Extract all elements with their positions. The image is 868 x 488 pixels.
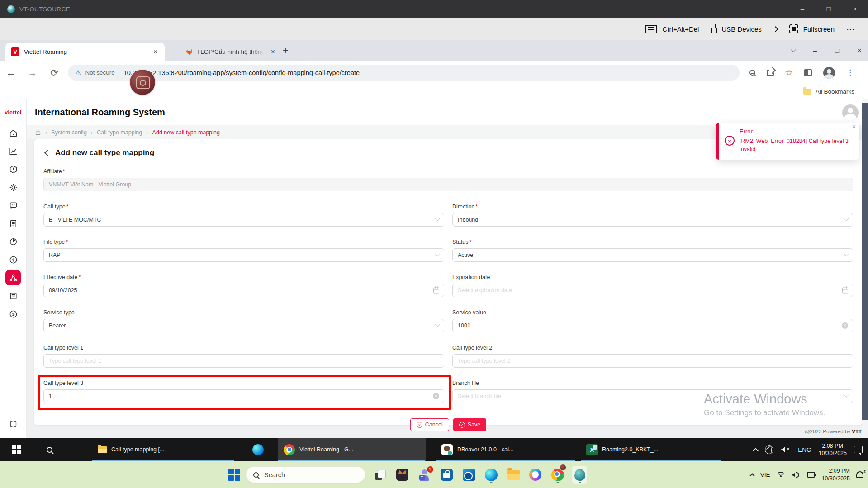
browser-menu-icon[interactable]: ⋮ [846, 68, 854, 77]
browser-restore-button[interactable]: □ [835, 47, 839, 54]
microsoft-store-button[interactable] [439, 466, 454, 484]
toast-close-button[interactable]: × [852, 123, 856, 130]
remote-close-button[interactable]: × [842, 0, 868, 18]
clear-icon[interactable]: × [842, 322, 848, 329]
remote-minimize-button[interactable]: – [789, 0, 816, 18]
copilot-button[interactable] [528, 466, 543, 484]
sidebar-item-messages[interactable] [5, 198, 21, 213]
battery-icon[interactable] [807, 472, 815, 478]
browser-minimize-button[interactable]: – [813, 47, 817, 54]
all-bookmarks-button[interactable]: All Bookmarks [816, 88, 854, 95]
host-start-button[interactable] [228, 469, 240, 481]
toolbar-more-button[interactable]: ⋯ [846, 24, 855, 34]
call-type-level-2-input[interactable]: Type call type level 2 [452, 354, 853, 368]
browser-profile-avatar[interactable] [823, 67, 835, 79]
expiration-date-placeholder: Select expiration date [458, 287, 512, 294]
volume-icon[interactable] [792, 471, 801, 479]
cancel-button[interactable]: ×Cancel [410, 418, 449, 431]
breadcrumb-home-icon[interactable] [35, 129, 41, 136]
remote-client-button[interactable] [572, 466, 587, 484]
breadcrumb-call-type-mapping[interactable]: Call type mapping [97, 129, 142, 136]
tray-expand-icon[interactable] [749, 473, 754, 478]
outlook-button[interactable] [461, 466, 476, 484]
sidebar-item-logs[interactable] [5, 288, 21, 303]
share-icon[interactable] [767, 70, 774, 76]
page-scrollbar[interactable] [862, 99, 868, 438]
host-chrome-button[interactable] [550, 466, 565, 484]
not-secure-warning-icon[interactable]: ⚠ [75, 69, 81, 77]
host-clock[interactable]: 2:09 PM10/30/2025 [821, 467, 850, 482]
fullscreen-button[interactable]: Fullscreen [789, 24, 835, 33]
back-button[interactable]: ← [0, 67, 22, 78]
address-bar[interactable]: ⚠ Not secure 10.207.252.135:8200/roaming… [68, 65, 740, 81]
file-type-select[interactable]: RAP [43, 248, 444, 262]
taskbar-app-dbeaver[interactable]: DBeaver 21.0.0 - cal... [436, 438, 576, 461]
taskbar-app-excel[interactable]: X Roaming2.0_KBKT_... [580, 438, 721, 461]
volume-muted-icon[interactable] [781, 445, 791, 454]
teams-button[interactable]: T1 [417, 466, 432, 484]
task-view-button[interactable] [373, 466, 388, 484]
tab-tlgp[interactable]: TLGP/Cấu hình hệ thống/Call typ × [159, 43, 277, 61]
pie-chart-icon [9, 237, 18, 246]
service-value-input[interactable]: 1001× [452, 319, 853, 332]
affiliate-select[interactable]: VNMVT-Việt Nam - Viettel Group [43, 178, 853, 191]
new-tab-button[interactable]: + [283, 45, 288, 56]
status-select[interactable]: Active [452, 248, 853, 262]
expiration-date-picker[interactable]: Select expiration date [452, 284, 853, 297]
tab-close-icon[interactable]: × [269, 48, 277, 56]
remote-clock[interactable]: 2:08 PM10/30/2025 [818, 442, 847, 457]
clear-icon[interactable]: × [433, 393, 439, 399]
breadcrumb-system-config[interactable]: System config [51, 129, 87, 136]
remote-search-button[interactable] [33, 438, 66, 461]
sidebar-collapse-button[interactable] [5, 416, 21, 431]
game-app-button[interactable] [395, 466, 410, 484]
ctrl-alt-del-button[interactable]: Ctrl+Alt+Del [645, 25, 699, 33]
usb-devices-button[interactable]: USB Devices [711, 24, 761, 34]
wifi-icon[interactable] [776, 472, 785, 478]
sidebar-item-finance[interactable]: $ [5, 306, 21, 322]
service-type-select[interactable]: Bearer [43, 319, 444, 332]
taskbar-app-call-type-mapping[interactable]: Call type mapping [... [92, 438, 235, 461]
sidebar-item-reports[interactable] [5, 234, 21, 249]
taskbar-app-chrome-active[interactable]: Viettel Roaming - G... [278, 438, 426, 461]
zoom-icon[interactable] [749, 70, 755, 76]
remote-restore-button[interactable]: □ [816, 0, 842, 18]
call-type-select[interactable]: B - ViLTE MOC/MTC [43, 213, 444, 227]
user-avatar[interactable] [842, 104, 859, 121]
bookmark-star-icon[interactable]: ☆ [785, 67, 793, 78]
side-panel-icon[interactable] [804, 69, 812, 76]
action-center-icon[interactable] [854, 446, 863, 453]
save-button[interactable]: ✓Save [453, 418, 487, 431]
sidebar-item-alerts[interactable] [5, 161, 21, 177]
url-text[interactable]: 10.207.252.135:8200/roaming-app/system-c… [123, 69, 360, 76]
taskbar-app-edge[interactable] [247, 438, 270, 461]
forward-button[interactable]: → [22, 67, 43, 78]
sidebar-item-billing[interactable]: $ [5, 252, 21, 267]
file-explorer-button[interactable] [506, 466, 521, 484]
sidebar-item-dashboard[interactable] [5, 143, 21, 159]
reload-button[interactable]: ⟳ [43, 67, 65, 78]
remote-start-button[interactable] [0, 438, 33, 461]
sidebar-item-call-type-mapping[interactable] [5, 270, 21, 285]
host-search-box[interactable]: Search [246, 466, 365, 483]
tray-expand-icon[interactable] [753, 448, 759, 454]
input-language[interactable]: VIE [760, 471, 770, 478]
edge-button[interactable] [484, 466, 498, 484]
toolbar-expand-icon[interactable] [773, 26, 778, 32]
sidebar-item-settings[interactable] [5, 180, 21, 195]
sidebar-item-home[interactable] [5, 125, 21, 141]
effective-date-picker[interactable]: 09/10/2025 [43, 284, 444, 297]
tab-search-icon[interactable] [791, 47, 796, 52]
back-icon[interactable] [44, 150, 51, 156]
input-language[interactable]: ENG [798, 446, 811, 453]
call-type-level-1-input[interactable]: Type call type level 1 [43, 354, 444, 368]
network-globe-icon[interactable] [765, 445, 773, 454]
browser-close-button[interactable]: × [857, 46, 862, 55]
tab-close-icon[interactable]: × [152, 48, 159, 56]
tab-viettel-roaming[interactable]: V Viettel Roaming × [5, 43, 165, 61]
direction-select[interactable]: Inbound [452, 213, 853, 227]
focus-assist-icon[interactable]: z [856, 471, 863, 478]
scrollbar-thumb[interactable] [862, 103, 868, 420]
sidebar-item-documents[interactable] [5, 216, 21, 231]
call-type-level-3-input[interactable]: 1× [43, 389, 444, 403]
